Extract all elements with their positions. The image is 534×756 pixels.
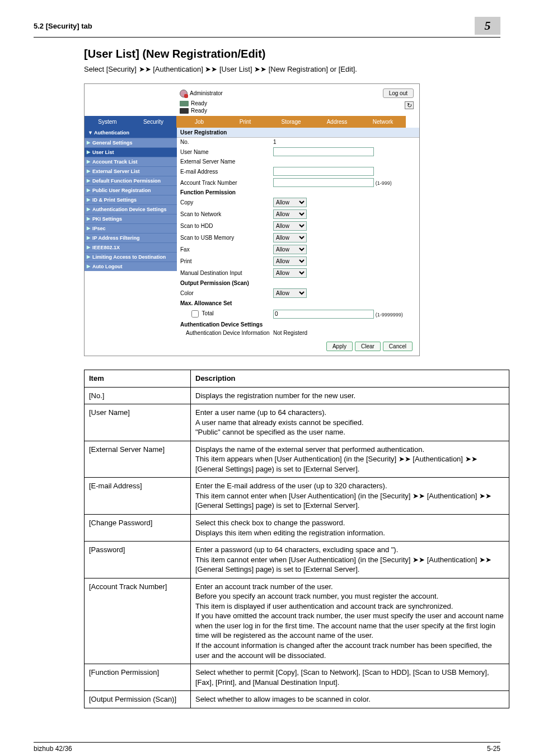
cell-description: Enter a user name (up to 64 characters).… bbox=[191, 404, 509, 441]
cell-item: [No.] bbox=[85, 387, 191, 404]
col-item: Item bbox=[85, 370, 191, 388]
description-table: Item Description [No.]Displays the regis… bbox=[84, 370, 509, 708]
note-total-range: (1-9999999) bbox=[376, 311, 403, 317]
table-row: [External Server Name]Displays the name … bbox=[85, 441, 509, 478]
label-scan-network: Scan to Network bbox=[180, 211, 270, 217]
select-scan-hdd[interactable]: Allow bbox=[273, 221, 307, 231]
checkbox-total[interactable] bbox=[191, 310, 199, 318]
select-copy[interactable]: Allow bbox=[273, 198, 307, 207]
table-row: [Function Permission]Select whether to p… bbox=[85, 664, 509, 691]
admin-icon bbox=[180, 90, 188, 97]
ready-label-1: Ready bbox=[191, 100, 207, 106]
label-function-permission: Function Permission bbox=[180, 189, 270, 195]
col-description: Description bbox=[191, 370, 509, 388]
sidebar: ▼ Authentication General Settings User L… bbox=[85, 128, 177, 356]
sidebar-item-user-list[interactable]: User List bbox=[85, 147, 177, 157]
select-color[interactable]: Allow bbox=[273, 288, 307, 298]
apply-button[interactable]: Apply bbox=[326, 342, 353, 351]
value-no: 1 bbox=[273, 139, 416, 145]
label-account-track-number: Account Track Number bbox=[180, 180, 270, 186]
cell-item: [E-mail Address] bbox=[85, 478, 191, 515]
tab-storage[interactable]: Storage bbox=[268, 116, 314, 128]
cell-description: Enter a password (up to 64 characters, e… bbox=[191, 542, 509, 578]
admin-label: Administrator bbox=[190, 90, 223, 96]
tab-address[interactable]: Address bbox=[314, 116, 360, 128]
email-input[interactable] bbox=[273, 167, 374, 176]
label-fax: Fax bbox=[180, 246, 270, 253]
cell-description: Select whether to allow images to be sca… bbox=[191, 691, 509, 708]
header-rule bbox=[34, 37, 500, 38]
table-row: [Output Permission (Scan)]Select whether… bbox=[85, 691, 509, 708]
cell-item: [User Name] bbox=[85, 404, 191, 441]
note-account-track-range: (1-999) bbox=[376, 180, 392, 186]
table-row: [Account Track Number]Enter an account t… bbox=[85, 578, 509, 664]
sidebar-item-external-server-list[interactable]: External Server List bbox=[85, 166, 177, 176]
cell-item: [Password] bbox=[85, 542, 191, 578]
username-input[interactable] bbox=[273, 147, 374, 156]
label-username: User Name bbox=[180, 149, 270, 155]
label-copy: Copy bbox=[180, 199, 270, 206]
cancel-button[interactable]: Cancel bbox=[383, 342, 413, 351]
sidebar-item-id-print-settings[interactable]: ID & Print Settings bbox=[85, 195, 177, 204]
section-number-box: 5 bbox=[475, 17, 500, 35]
content-head: User Registration bbox=[177, 128, 419, 138]
label-total: Total bbox=[202, 310, 214, 316]
label-external-server-name: External Server Name bbox=[180, 158, 270, 165]
table-row: [Change Password]Select this check box t… bbox=[85, 515, 509, 542]
select-scan-usb[interactable]: Allow bbox=[273, 233, 307, 242]
sidebar-item-ip-address-filtering[interactable]: IP Address Filtering bbox=[85, 233, 177, 242]
cell-item: [Change Password] bbox=[85, 515, 191, 542]
total-input[interactable] bbox=[273, 310, 374, 319]
printer-status-icon bbox=[180, 101, 189, 106]
select-print[interactable]: Allow bbox=[273, 256, 307, 266]
lead-text: Select [Security] ➤➤ [Authentication] ➤➤… bbox=[34, 65, 500, 73]
logout-button[interactable]: Log out bbox=[383, 88, 414, 98]
sidebar-item-ipsec[interactable]: IPsec bbox=[85, 223, 177, 233]
printer-status-icon bbox=[180, 108, 189, 114]
sidebar-item-authentication-device-settings[interactable]: Authentication Device Settings bbox=[85, 204, 177, 214]
label-print: Print bbox=[180, 258, 270, 264]
table-row: [Password]Enter a password (up to 64 cha… bbox=[85, 542, 509, 578]
sidebar-item-pki-settings[interactable]: PKI Settings bbox=[85, 214, 177, 223]
sidebar-item-ieee8021x[interactable]: IEEE802.1X bbox=[85, 242, 177, 252]
cell-item: [Function Permission] bbox=[85, 664, 191, 691]
footer-right: 5-25 bbox=[487, 745, 500, 753]
footer-left: bizhub 42/36 bbox=[34, 745, 72, 753]
refresh-button[interactable]: ↻ bbox=[405, 101, 414, 109]
label-manual-destination: Manual Destination Input bbox=[180, 270, 270, 276]
select-manual-destination[interactable]: Allow bbox=[273, 268, 307, 278]
tab-print[interactable]: Print bbox=[222, 116, 268, 128]
label-color: Color bbox=[180, 290, 270, 296]
label-scan-hdd: Scan to HDD bbox=[180, 223, 270, 229]
cell-item: [External Server Name] bbox=[85, 441, 191, 478]
sidebar-head-authentication[interactable]: ▼ Authentication bbox=[85, 128, 177, 138]
account-track-number-input[interactable] bbox=[273, 178, 374, 187]
sidebar-item-auto-logout[interactable]: Auto Logout bbox=[85, 262, 177, 271]
select-scan-network[interactable]: Allow bbox=[273, 209, 307, 219]
sidebar-item-account-track-list[interactable]: Account Track List bbox=[85, 157, 177, 166]
sidebar-item-limiting-access[interactable]: Limiting Access to Destination bbox=[85, 252, 177, 262]
label-scan-usb: Scan to USB Memory bbox=[180, 235, 270, 241]
tab-job[interactable]: Job bbox=[176, 116, 222, 128]
label-output-permission-scan: Output Permission (Scan) bbox=[180, 280, 270, 286]
cell-description: Enter an account track number of the use… bbox=[191, 578, 509, 664]
label-auth-device-info: Authentication Device Information bbox=[180, 330, 270, 336]
table-row: [E-mail Address]Enter the E-mail address… bbox=[85, 478, 509, 515]
tab-system[interactable]: System bbox=[85, 116, 130, 128]
sidebar-item-public-user-registration[interactable]: Public User Registration bbox=[85, 185, 177, 195]
ready-label-2: Ready bbox=[191, 108, 207, 114]
tab-network[interactable]: Network bbox=[360, 116, 406, 128]
label-email: E-mail Address bbox=[180, 169, 270, 175]
label-auth-device-settings: Authentication Device Settings bbox=[180, 321, 270, 328]
select-fax[interactable]: Allow bbox=[273, 245, 307, 254]
clear-button[interactable]: Clear bbox=[355, 342, 381, 351]
app-screenshot: Administrator Log out ↻ Ready Ready Syst… bbox=[84, 83, 420, 356]
sidebar-item-default-function-permission[interactable]: Default Function Permission bbox=[85, 176, 177, 185]
cell-description: Displays the name of the external server… bbox=[191, 441, 509, 478]
page-title: [User List] (New Registration/Edit) bbox=[34, 48, 500, 60]
tab-security[interactable]: Security bbox=[130, 116, 176, 128]
label-max-allowance-set: Max. Allowance Set bbox=[180, 300, 270, 306]
header-left: 5.2 [Security] tab bbox=[34, 22, 92, 30]
cell-description: Displays the registration number for the… bbox=[191, 387, 509, 404]
sidebar-item-general-settings[interactable]: General Settings bbox=[85, 138, 177, 147]
